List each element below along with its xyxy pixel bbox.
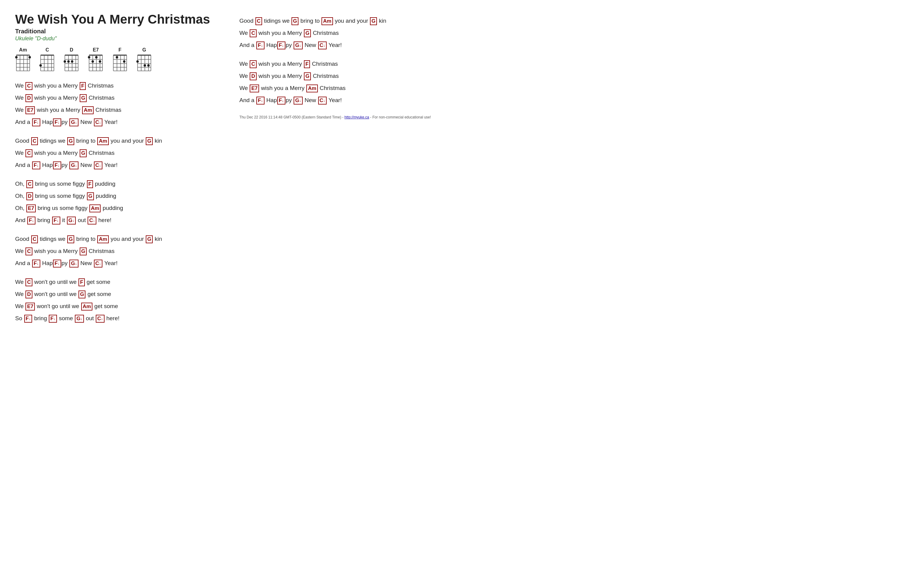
chord-rg-down1: G — [294, 42, 303, 49]
lyrics-line-16: We D won't go until we G get some — [15, 288, 221, 300]
lyrics-line-r3: And a F HapFpy G New C Year! — [239, 39, 894, 51]
svg-point-23 — [39, 64, 42, 67]
chord-am-4: Am — [97, 235, 108, 243]
chord-rg-down2: G — [294, 97, 303, 105]
chord-rd1: D — [250, 73, 256, 80]
chord-f: F — [80, 82, 86, 90]
chord-rc-down1: C — [318, 42, 327, 49]
chord-f-down-7: F — [32, 260, 40, 268]
chord-rc-down2: C — [318, 97, 327, 105]
chord-rc3: C — [250, 60, 256, 68]
chord-diagrams: Am — [15, 47, 221, 71]
svg-point-75 — [147, 64, 150, 67]
lyrics-line-1: We C wish you a Merry F Christmas — [15, 80, 221, 92]
chord-e7-label: E7 — [93, 47, 99, 53]
svg-point-47 — [88, 56, 90, 58]
chord-e7: E7 — [88, 47, 104, 71]
chord-am-5: Am — [81, 303, 92, 310]
lyrics-section-1: We C wish you a Merry F Christmas We D w… — [15, 80, 221, 128]
chord-f-down-10: F — [49, 315, 57, 323]
chord-f-down-2: F — [53, 118, 61, 126]
lyrics-line-10: Oh, E7 bring us some figgy Am pudding — [15, 202, 221, 214]
footer-text: Thu Dec 22 2016 11:14:48 GMT-0500 (Easte… — [239, 115, 894, 120]
svg-point-36 — [71, 60, 73, 63]
lyrics-line-r7: And a F HapFpy G New C Year! — [239, 95, 894, 106]
chord-d: D — [26, 94, 32, 102]
chord-g-2: G — [67, 137, 74, 145]
chord-f: F — [112, 47, 128, 71]
lyrics-line-r1: Good C tidings we G bring to Am you and … — [239, 15, 894, 27]
chord-g-7: G — [146, 235, 153, 243]
lyrics-section-5: We C won't go until we F get some We D w… — [15, 276, 221, 324]
chord-g-down-5: G — [75, 315, 84, 323]
chord-ram2: Am — [306, 84, 317, 92]
chord-c-down-5: C — [96, 315, 105, 323]
chord-c-2: C — [31, 137, 38, 145]
chord-rg3: G — [304, 29, 311, 37]
chord-c-4: C — [26, 180, 33, 188]
svg-point-34 — [64, 60, 66, 63]
svg-point-11 — [15, 56, 18, 58]
song-subtitle: Traditional — [15, 28, 221, 35]
chord-e7-grid — [88, 54, 104, 71]
lyrics-section-r1: Good C tidings we G bring to Am you and … — [239, 15, 894, 51]
lyrics-section-3: Oh, C bring us some figgy F pudding Oh, … — [15, 178, 221, 226]
chord-g-down-4: G — [70, 260, 78, 268]
chord-rc1: C — [256, 17, 262, 25]
lyrics-line-8: Oh, C bring us some figgy F pudding — [15, 178, 221, 190]
lyrics-line-9: Oh, D bring us some figgy G pudding — [15, 190, 221, 202]
chord-f-down-3: F — [32, 162, 40, 170]
chord-rf-down4: F — [277, 97, 285, 105]
lyrics-line-r5: We D wish you a Merry G Christmas — [239, 70, 894, 82]
chord-rg4: G — [304, 73, 311, 80]
lyrics-line-12: Good C tidings we G bring to Am you and … — [15, 233, 221, 245]
svg-point-48 — [95, 56, 97, 58]
svg-point-49 — [92, 60, 94, 63]
lyrics-line-r2: We C wish you a Merry G Christmas — [239, 27, 894, 39]
chord-g-down: G — [70, 118, 78, 126]
left-column: We Wish You A Merry Christmas Traditiona… — [15, 12, 221, 331]
svg-point-50 — [99, 60, 101, 63]
chord-f-down-6: F — [52, 216, 60, 225]
chord-d-grid — [64, 54, 79, 71]
footer-link[interactable]: http://myuke.ca — [345, 115, 369, 120]
chord-c-down-4: C — [94, 260, 103, 268]
page-layout: We Wish You A Merry Christmas Traditiona… — [15, 12, 894, 331]
chord-d-2: D — [26, 192, 33, 200]
chord-f-down: F — [32, 118, 40, 126]
chord-g-label: G — [142, 47, 146, 53]
chord-f-down-4: F — [53, 162, 61, 170]
chord-e7-3: E7 — [26, 303, 35, 310]
chord-am-label: Am — [19, 47, 27, 53]
chord-d-3: D — [26, 291, 32, 299]
chord-g: G — [80, 94, 87, 102]
lyrics-line-6: We C wish you a Merry G Christmas — [15, 147, 221, 159]
lyrics-section-2: Good C tidings we G bring to Am you and … — [15, 135, 221, 171]
chord-c-label: C — [45, 47, 49, 53]
svg-point-12 — [29, 56, 31, 58]
lyrics-line-r4: We C wish you a Merry F Christmas — [239, 58, 894, 69]
chord-rg2: G — [370, 17, 377, 25]
chord-am-2: Am — [97, 137, 108, 145]
chord-g-down-3: G — [67, 216, 76, 225]
chord-rc2: C — [250, 29, 256, 37]
lyrics-section-4: Good C tidings we G bring to Am you and … — [15, 233, 221, 269]
chord-g-8: G — [80, 247, 87, 255]
chord-f-down-8: F — [53, 260, 61, 268]
chord-g-5: G — [87, 192, 94, 200]
lyrics-line-11: And F bring F it G out C here! — [15, 215, 221, 226]
song-title: We Wish You A Merry Christmas — [15, 12, 221, 27]
lyrics-line-2: We D wish you a Merry G Christmas — [15, 92, 221, 103]
chord-rf-down1: F — [256, 42, 265, 49]
chord-g-6: G — [67, 235, 74, 243]
svg-point-35 — [67, 60, 70, 63]
chord-g-down-2: G — [70, 162, 78, 170]
lyrics-line-3: We E7 wish you a Merry Am Christmas — [15, 104, 221, 116]
chord-d: D — [64, 47, 79, 71]
chord-c: C — [39, 47, 55, 71]
chord-c-6: C — [26, 247, 32, 255]
chord-rg1: G — [291, 17, 298, 25]
chord-f-down-5: F — [27, 216, 36, 225]
lyrics-line-15: We C won't go until we F get some — [15, 276, 221, 288]
chord-c-down: C — [94, 118, 103, 126]
